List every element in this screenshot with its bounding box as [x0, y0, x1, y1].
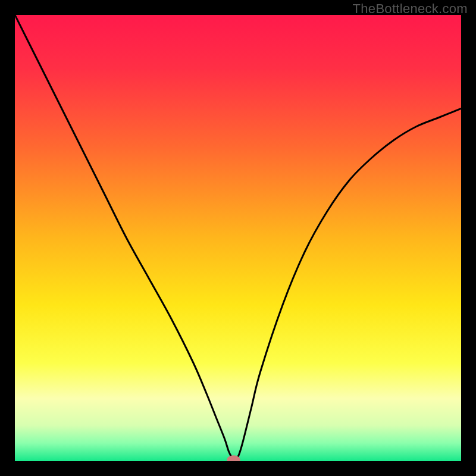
plot-area: [15, 15, 461, 461]
chart-frame: TheBottleneck.com: [0, 0, 476, 476]
bottleneck-chart: [15, 15, 461, 461]
gradient-background: [15, 15, 461, 461]
